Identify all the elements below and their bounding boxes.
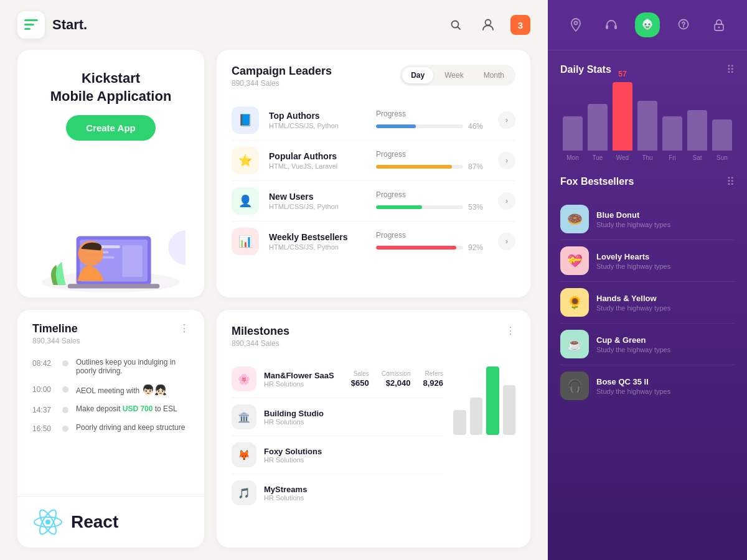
campaign-progress-bar-fill <box>376 165 452 169</box>
timeline-text: Poorly driving and keep structure <box>76 423 189 432</box>
bestseller-thumb: 🌻 <box>560 288 589 317</box>
svg-point-16 <box>168 230 186 264</box>
milestone-sub: HR Solutions <box>264 494 443 502</box>
bestseller-info: Cup & Green Study the highway types <box>596 335 670 353</box>
sidebar-headset-icon[interactable] <box>599 12 624 37</box>
bestseller-item[interactable]: 🎧 Bose QC 35 II Study the highway types <box>560 365 735 406</box>
tab-day[interactable]: Day <box>402 67 433 83</box>
bestseller-item[interactable]: 🌻 Hands & Yellow Study the highway types <box>560 282 735 324</box>
milestone-chart <box>453 360 515 435</box>
bestseller-name: Hands & Yellow <box>596 294 670 303</box>
daily-bar <box>712 119 732 151</box>
campaign-leaders-card: Campaign Leaders 890,344 Sales Day Week … <box>217 50 530 297</box>
campaign-progress-bar-wrap: 46% <box>376 122 488 131</box>
svg-rect-14 <box>122 245 142 277</box>
bestseller-thumb: 🍩 <box>560 205 589 233</box>
campaign-row-icon: 👤 <box>232 187 259 215</box>
daily-bar <box>588 104 608 151</box>
campaign-row-arrow[interactable]: › <box>498 233 515 250</box>
daily-bar-label: Sat <box>692 154 702 161</box>
milestone-bar-col <box>470 398 483 435</box>
user-icon[interactable] <box>478 15 498 35</box>
daily-bar-label: Wed <box>616 154 629 161</box>
daily-bar <box>613 82 632 151</box>
fox-bestsellers-header: Fox Bestsellers ⠿ <box>560 175 735 189</box>
campaign-progress-section: Progress 87% <box>376 150 488 171</box>
bestseller-name: Blue Donut <box>596 210 670 220</box>
campaign-row-tags: HTML/CSS/JS, Python <box>269 203 366 210</box>
kickstart-illustration <box>36 198 186 297</box>
bestseller-info: Hands & Yellow Study the highway types <box>596 294 670 312</box>
bestseller-info: Lovely Hearts Study the highway types <box>596 252 670 270</box>
milestone-bar <box>503 385 516 435</box>
bestseller-sub: Study the highway types <box>596 346 670 353</box>
daily-bar-wrap: Tue <box>588 90 608 161</box>
milestone-info: MyStreams HR Solutions <box>264 485 443 502</box>
stat-refers: Refers 8,926 <box>423 370 443 388</box>
milestone-info: Foxy Solutions HR Solutions <box>264 447 443 464</box>
stat-commission: Comission $2,040 <box>382 370 411 388</box>
daily-bar <box>662 116 682 151</box>
fox-bestsellers-section: Fox Bestsellers ⠿ 🍩 Blue Donut Study the… <box>548 167 747 560</box>
campaign-progress-bar-wrap: 87% <box>376 162 488 171</box>
campaign-progress-bar-fill <box>376 124 416 128</box>
create-app-button[interactable]: Create App <box>66 115 155 141</box>
campaign-row: 📘 Top Authors HTML/CSS/JS, Python Progre… <box>232 100 515 141</box>
daily-bar-chart: Mon Tue 57 Wed Thu Fri Sat Sun <box>560 86 735 161</box>
campaign-row-arrow[interactable]: › <box>498 192 515 210</box>
campaign-row-info: Top Authors HTML/CSS/JS, Python <box>269 111 366 129</box>
bestseller-item[interactable]: 💝 Lovely Hearts Study the highway types <box>560 240 735 282</box>
fox-bestsellers-menu[interactable]: ⠿ <box>726 175 735 189</box>
campaign-subtitle: 890,344 Sales <box>232 79 332 88</box>
milestones-menu[interactable]: ⋮ <box>505 325 515 337</box>
daily-bar-label: Thu <box>642 154 652 161</box>
milestones-card-header: Milestones 890,344 Sales ⋮ <box>232 325 515 348</box>
timeline-card-header: Timeline 890,344 Sales ⋮ <box>32 322 189 345</box>
header-right: 3 <box>446 15 530 35</box>
sidebar-question-icon[interactable] <box>671 12 696 37</box>
campaign-progress-section: Progress 46% <box>376 110 488 131</box>
daily-bar-wrap: Thu <box>637 87 657 161</box>
react-logo-area: React <box>17 496 204 548</box>
logo-text: Start. <box>52 17 87 33</box>
svg-point-21 <box>574 22 577 25</box>
fox-bestsellers-title: Fox Bestsellers <box>560 176 634 187</box>
daily-bar-label: Fri <box>669 154 676 161</box>
campaign-row: 👤 New Users HTML/CSS/JS, Python Progress… <box>232 181 515 222</box>
search-icon[interactable] <box>446 15 466 35</box>
timeline-dot <box>62 386 68 393</box>
campaign-row-arrow[interactable]: › <box>498 152 515 169</box>
daily-peak-value: 57 <box>618 70 626 78</box>
logo-icon <box>17 11 45 39</box>
daily-stats-menu[interactable]: ⠿ <box>726 63 735 77</box>
bestseller-name: Lovely Hearts <box>596 252 670 261</box>
svg-rect-10 <box>68 284 160 288</box>
sidebar-location-icon[interactable] <box>563 12 588 37</box>
campaign-progress-bar-bg <box>376 124 463 128</box>
react-icon <box>32 506 63 538</box>
campaign-row-arrow[interactable]: › <box>498 111 515 129</box>
campaign-progress-pct: 92% <box>468 243 488 252</box>
daily-stats-section: Daily Stats ⠿ Mon Tue 57 Wed Thu Fri Sat <box>548 50 747 167</box>
tab-month[interactable]: Month <box>475 67 513 83</box>
sidebar-fox-icon[interactable] <box>635 12 660 37</box>
campaign-progress-bar-wrap: 53% <box>376 203 488 212</box>
campaign-progress-label: Progress <box>376 150 406 159</box>
svg-point-3 <box>452 21 459 28</box>
campaign-progress-bar-bg <box>376 165 463 169</box>
notification-badge[interactable]: 3 <box>510 15 530 35</box>
bestseller-item[interactable]: ☕ Cup & Green Study the highway types <box>560 324 735 365</box>
timeline-title: Timeline <box>32 322 80 335</box>
tab-week[interactable]: Week <box>436 67 472 83</box>
timeline-menu[interactable]: ⋮ <box>179 322 189 334</box>
sidebar-lock-icon[interactable] <box>707 12 731 37</box>
milestone-row: 🏛️ Building Studio HR Solutions <box>232 398 443 436</box>
campaign-row-info: Weekly Bestsellers HTML/CSS/JS, Python <box>269 232 366 251</box>
campaign-progress-bar-bg <box>376 205 463 209</box>
timeline-item: 08:42 Outlines keep you indulging in poo… <box>32 358 189 375</box>
bestseller-item[interactable]: 🍩 Blue Donut Study the highway types <box>560 198 735 240</box>
kickstart-title: Kickstart Mobile Application <box>50 70 172 105</box>
timeline-item: 16:50 Poorly driving and keep structure <box>32 423 189 433</box>
timeline-subtitle: 890,344 Sales <box>32 337 80 345</box>
milestone-bar <box>470 398 483 435</box>
